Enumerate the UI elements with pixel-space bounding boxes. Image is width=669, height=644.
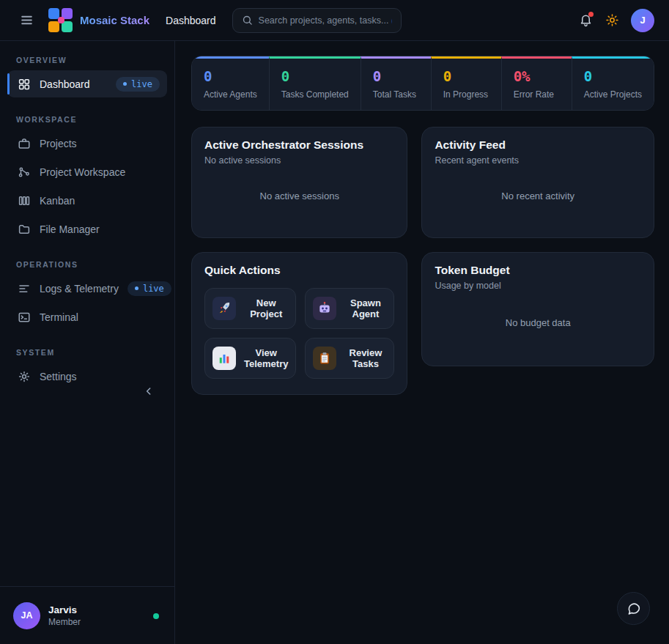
brand-logo[interactable]: Mosaic Stack: [48, 8, 149, 33]
chart-icon: [212, 347, 236, 370]
stat-label: Active Projects: [584, 89, 642, 100]
action-label: New Project: [244, 297, 288, 319]
action-label: Review Tasks: [344, 347, 386, 369]
sidebar-item-dashboard[interactable]: Dashboard live: [7, 70, 167, 97]
user-role: Member: [48, 617, 81, 627]
token-budget-card: Token Budget Usage by model No budget da…: [421, 252, 654, 366]
quick-actions-card: Quick Actions: [191, 252, 407, 395]
card-subtitle: No active sessions: [204, 155, 394, 166]
live-badge: live: [127, 281, 171, 296]
card-title: Activity Feed: [435, 138, 641, 152]
rocket-icon: [212, 297, 236, 320]
brand-name: Mosaic Stack: [80, 14, 149, 26]
sidebar-item-terminal[interactable]: Terminal: [7, 303, 167, 330]
page-title: Dashboard: [166, 15, 216, 26]
search-icon: [242, 15, 253, 26]
stats-row: 0 Active Agents 0 Tasks Completed 0 Tota…: [191, 56, 654, 111]
action-label: View Telemetry: [244, 347, 288, 369]
gear-icon: [18, 370, 31, 383]
section-heading-overview: OVERVIEW: [7, 51, 167, 70]
hamburger-menu-button[interactable]: [13, 7, 40, 34]
stat-value: 0: [204, 68, 257, 84]
user-avatar-large: JA: [13, 602, 40, 629]
grid-icon: [18, 78, 31, 91]
card-title: Active Orchestrator Sessions: [204, 138, 394, 152]
spawn-agent-button[interactable]: Spawn Agent: [305, 288, 394, 329]
sidebar-user-card[interactable]: JA Jarvis Member: [0, 586, 174, 644]
notifications-button[interactable]: [572, 7, 599, 34]
new-project-button[interactable]: New Project: [204, 288, 296, 329]
orchestrator-sessions-card: Active Orchestrator Sessions No active s…: [191, 127, 407, 238]
mosaic-logo-icon: [48, 8, 73, 33]
card-title: Token Budget: [435, 264, 641, 277]
sidebar-item-logs-telemetry[interactable]: Logs & Telemetry live: [7, 275, 167, 302]
sidebar-item-label: Dashboard: [40, 78, 107, 90]
stat-tasks-completed: 0 Tasks Completed: [269, 56, 361, 110]
stat-label: Total Tasks: [373, 89, 419, 100]
activity-feed-card: Activity Feed Recent agent events No rec…: [421, 127, 654, 238]
action-label: Spawn Agent: [344, 297, 386, 319]
stat-active-projects: 0 Active Projects: [572, 56, 654, 110]
stat-value: 0: [584, 68, 642, 84]
live-badge: live: [116, 77, 160, 92]
sidebar-item-label: Terminal: [40, 311, 160, 323]
review-tasks-button[interactable]: Review Tasks: [305, 338, 394, 379]
stat-value: 0%: [514, 68, 560, 84]
app-window: Mosaic Stack Dashboard J: [0, 0, 669, 644]
sidebar-item-projects[interactable]: Projects: [7, 130, 167, 157]
global-search[interactable]: [232, 8, 402, 33]
sidebar-item-kanban[interactable]: Kanban: [7, 187, 167, 214]
chat-fab-button[interactable]: [617, 592, 650, 625]
stat-label: Error Rate: [514, 89, 560, 100]
kanban-icon: [18, 194, 31, 207]
sidebar-item-project-workspace[interactable]: Project Workspace: [7, 158, 167, 185]
sidebar-nav: OVERVIEW Dashboard live WORKSPACE Projec…: [0, 41, 174, 586]
notification-dot: [588, 12, 594, 17]
logs-icon: [18, 282, 31, 295]
sidebar-item-label: File Manager: [40, 223, 160, 235]
stat-label: Tasks Completed: [281, 89, 349, 100]
sidebar-collapse-button[interactable]: [139, 382, 158, 401]
empty-state-text: No active sessions: [204, 166, 394, 226]
search-input[interactable]: [259, 15, 392, 26]
empty-state-text: No recent activity: [435, 166, 641, 226]
section-heading-system: SYSTEM: [7, 344, 167, 363]
card-subtitle: Usage by model: [435, 281, 641, 291]
robot-icon: [313, 297, 336, 320]
stat-value: 0: [443, 68, 489, 84]
stat-value: 0: [373, 68, 419, 84]
sun-icon: [605, 13, 619, 27]
section-heading-operations: OPERATIONS: [7, 256, 167, 275]
topbar: Mosaic Stack Dashboard J: [0, 0, 669, 41]
nodes-icon: [18, 166, 31, 179]
sidebar-item-label: Kanban: [40, 195, 160, 207]
stat-active-agents: 0 Active Agents: [192, 56, 269, 110]
briefcase-icon: [18, 137, 31, 150]
stat-error-rate: 0% Error Rate: [501, 56, 572, 110]
hamburger-icon: [20, 13, 34, 27]
terminal-icon: [18, 311, 31, 324]
view-telemetry-button[interactable]: View Telemetry: [204, 338, 296, 379]
card-title: Quick Actions: [204, 264, 394, 277]
stat-in-progress: 0 In Progress: [431, 56, 501, 110]
chevron-left-icon: [143, 385, 155, 397]
chat-bubble-icon: [626, 601, 641, 616]
sidebar-item-label: Logs & Telemetry: [40, 283, 119, 295]
sidebar: OVERVIEW Dashboard live WORKSPACE Projec…: [0, 41, 175, 644]
stat-label: In Progress: [443, 89, 489, 100]
section-heading-workspace: WORKSPACE: [7, 111, 167, 130]
sidebar-item-label: Projects: [40, 138, 160, 149]
empty-state-text: No budget data: [435, 291, 641, 355]
avatar-initials: JA: [21, 610, 33, 621]
avatar-initial: J: [640, 15, 645, 26]
sidebar-item-label: Settings: [40, 371, 160, 382]
user-avatar[interactable]: J: [631, 9, 654, 32]
stat-total-tasks: 0 Total Tasks: [361, 56, 431, 110]
online-status-dot: [153, 613, 159, 619]
stat-label: Active Agents: [204, 89, 257, 100]
sidebar-item-file-manager[interactable]: File Manager: [7, 215, 167, 243]
clipboard-icon: [313, 347, 336, 370]
card-subtitle: Recent agent events: [435, 155, 641, 166]
theme-toggle-button[interactable]: [599, 7, 625, 34]
stat-value: 0: [281, 68, 349, 84]
